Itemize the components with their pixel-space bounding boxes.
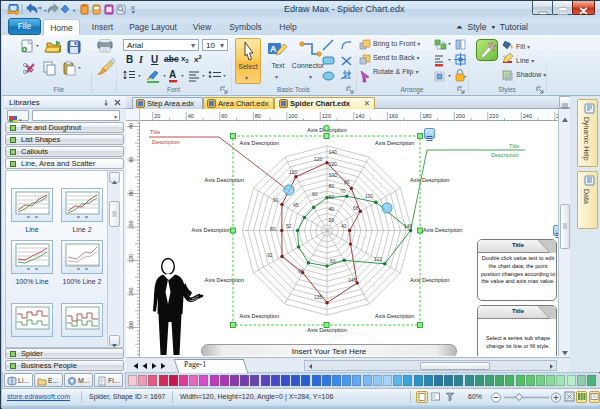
svg-text:Axis Description: Axis Description [240,313,279,319]
svg-text:45: 45 [293,202,299,208]
svg-text:40: 40 [329,206,335,212]
svg-text:20: 20 [329,217,335,223]
svg-text:122: 122 [374,256,383,262]
svg-text:220: 220 [489,113,498,119]
svg-text:140: 140 [128,287,134,296]
svg-text:63: 63 [330,258,336,264]
svg-text:40: 40 [341,223,347,229]
svg-text:240: 240 [523,113,532,119]
svg-text:Axis Description: Axis Description [423,227,462,233]
svg-text:70: 70 [340,188,346,194]
svg-text:180: 180 [422,113,431,119]
svg-text:Description: Description [152,139,180,145]
svg-text:120: 120 [128,254,134,263]
svg-text:60: 60 [221,113,227,119]
svg-text:146: 146 [348,277,357,283]
svg-text:Axis Description: Axis Description [410,177,449,183]
svg-text:160: 160 [128,321,134,330]
svg-text:20: 20 [154,113,160,119]
svg-text:100: 100 [288,113,297,119]
svg-text:100: 100 [329,172,338,178]
svg-text:120: 120 [329,161,338,167]
svg-text:Axis Description: Axis Description [240,140,279,146]
svg-text:Axis Description: Axis Description [192,227,231,233]
svg-text:200: 200 [456,113,465,119]
svg-text:60: 60 [329,194,335,200]
svg-text:Axis Description: Axis Description [205,177,244,183]
svg-text:80: 80 [329,183,335,189]
svg-text:120: 120 [322,113,331,119]
svg-text:Axis Description: Axis Description [205,277,244,283]
svg-text:Title: Title [150,129,160,135]
svg-text:40: 40 [188,113,194,119]
svg-text:80: 80 [270,226,276,232]
svg-text:135: 135 [314,294,323,300]
svg-text:90: 90 [273,197,279,203]
svg-text:100: 100 [128,220,134,229]
svg-text:Description: Description [491,152,519,158]
svg-text:Axis Description: Axis Description [375,313,414,319]
svg-text:60: 60 [312,191,318,197]
svg-text:Title: Title [509,143,519,149]
svg-text:Axis Description: Axis Description [375,140,414,146]
svg-text:80: 80 [255,113,261,119]
svg-text:40: 40 [128,123,134,129]
svg-text:140: 140 [404,223,413,229]
svg-text:86: 86 [344,179,350,185]
svg-text:60: 60 [128,156,134,162]
svg-text:A: A [169,69,176,80]
svg-text:120: 120 [314,156,323,162]
svg-text:Axis Description: Axis Description [410,277,449,283]
svg-text:68: 68 [353,205,359,211]
svg-text:110: 110 [289,169,297,175]
svg-text:140: 140 [329,149,338,155]
svg-text:52: 52 [286,223,292,229]
svg-text:98: 98 [298,268,304,274]
svg-text:92: 92 [267,252,273,258]
svg-text:160: 160 [389,113,398,119]
svg-text:140: 140 [355,113,364,119]
svg-text:80: 80 [128,190,134,196]
svg-text:A: A [270,44,277,54]
svg-text:100: 100 [365,193,374,199]
